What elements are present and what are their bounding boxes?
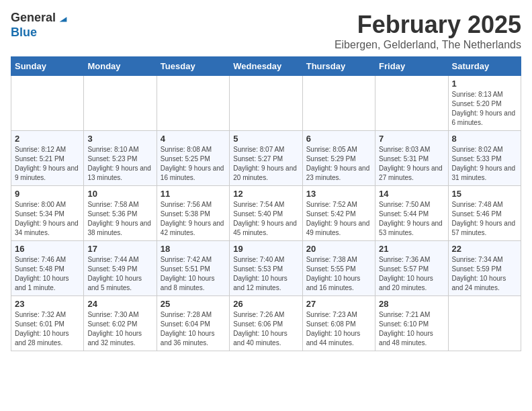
day-number: 14 <box>379 189 444 199</box>
calendar-cell: 19Sunrise: 7:40 AM Sunset: 5:53 PM Dayli… <box>230 241 302 296</box>
day-info: Sunrise: 7:42 AM Sunset: 5:51 PM Dayligh… <box>161 255 226 293</box>
day-number: 17 <box>87 244 152 254</box>
day-number: 1 <box>452 79 517 89</box>
day-number: 15 <box>452 189 517 199</box>
day-number: 19 <box>233 244 298 254</box>
day-number: 28 <box>379 299 444 309</box>
day-info: Sunrise: 7:44 AM Sunset: 5:49 PM Dayligh… <box>87 255 152 293</box>
calendar-cell: 12Sunrise: 7:54 AM Sunset: 5:40 PM Dayli… <box>230 186 302 241</box>
calendar-cell: 14Sunrise: 7:50 AM Sunset: 5:44 PM Dayli… <box>375 186 448 241</box>
calendar-cell: 27Sunrise: 7:23 AM Sunset: 6:08 PM Dayli… <box>302 296 375 351</box>
weekday-header-friday: Friday <box>375 57 448 76</box>
calendar-cell: 10Sunrise: 7:58 AM Sunset: 5:36 PM Dayli… <box>84 186 157 241</box>
day-info: Sunrise: 7:54 AM Sunset: 5:40 PM Dayligh… <box>233 200 298 238</box>
weekday-header-saturday: Saturday <box>448 57 521 76</box>
weekday-header-monday: Monday <box>84 57 157 76</box>
day-number: 23 <box>15 299 80 309</box>
day-info: Sunrise: 7:21 AM Sunset: 6:10 PM Dayligh… <box>379 310 444 348</box>
day-info: Sunrise: 8:02 AM Sunset: 5:33 PM Dayligh… <box>452 145 517 183</box>
week-row-3: 9Sunrise: 8:00 AM Sunset: 5:34 PM Daylig… <box>11 186 521 241</box>
day-number: 22 <box>452 244 517 254</box>
calendar-subtitle: Eibergen, Gelderland, The Netherlands <box>335 39 521 51</box>
calendar-cell: 23Sunrise: 7:32 AM Sunset: 6:01 PM Dayli… <box>11 296 84 351</box>
day-number: 7 <box>379 134 444 144</box>
calendar-cell <box>375 76 448 131</box>
day-info: Sunrise: 7:23 AM Sunset: 6:08 PM Dayligh… <box>306 310 371 348</box>
day-number: 13 <box>306 189 371 199</box>
day-number: 12 <box>233 189 298 199</box>
week-row-5: 23Sunrise: 7:32 AM Sunset: 6:01 PM Dayli… <box>11 296 521 351</box>
day-info: Sunrise: 7:52 AM Sunset: 5:42 PM Dayligh… <box>306 200 371 238</box>
day-info: Sunrise: 8:10 AM Sunset: 5:23 PM Dayligh… <box>87 145 152 183</box>
day-info: Sunrise: 8:12 AM Sunset: 5:21 PM Dayligh… <box>15 145 80 183</box>
calendar-cell <box>302 76 375 131</box>
calendar-cell: 3Sunrise: 8:10 AM Sunset: 5:23 PM Daylig… <box>84 131 157 186</box>
day-info: Sunrise: 7:34 AM Sunset: 5:59 PM Dayligh… <box>452 255 517 293</box>
calendar-cell: 2Sunrise: 8:12 AM Sunset: 5:21 PM Daylig… <box>11 131 84 186</box>
day-number: 24 <box>87 299 152 309</box>
day-info: Sunrise: 8:07 AM Sunset: 5:27 PM Dayligh… <box>233 145 298 183</box>
day-info: Sunrise: 7:58 AM Sunset: 5:36 PM Dayligh… <box>87 200 152 238</box>
day-number: 9 <box>15 189 80 199</box>
day-info: Sunrise: 7:40 AM Sunset: 5:53 PM Dayligh… <box>233 255 298 293</box>
day-info: Sunrise: 8:03 AM Sunset: 5:31 PM Dayligh… <box>379 145 444 183</box>
calendar-cell: 6Sunrise: 8:05 AM Sunset: 5:29 PM Daylig… <box>302 131 375 186</box>
week-row-2: 2Sunrise: 8:12 AM Sunset: 5:21 PM Daylig… <box>11 131 521 186</box>
calendar-cell: 9Sunrise: 8:00 AM Sunset: 5:34 PM Daylig… <box>11 186 84 241</box>
day-info: Sunrise: 7:32 AM Sunset: 6:01 PM Dayligh… <box>15 310 80 348</box>
calendar-cell: 20Sunrise: 7:38 AM Sunset: 5:55 PM Dayli… <box>302 241 375 296</box>
calendar-cell: 13Sunrise: 7:52 AM Sunset: 5:42 PM Dayli… <box>302 186 375 241</box>
day-info: Sunrise: 8:05 AM Sunset: 5:29 PM Dayligh… <box>306 145 371 183</box>
weekday-header-tuesday: Tuesday <box>157 57 229 76</box>
header: General Blue February 2025 Eibergen, Gel… <box>11 11 521 51</box>
calendar-cell: 11Sunrise: 7:56 AM Sunset: 5:38 PM Dayli… <box>157 186 229 241</box>
weekday-header-thursday: Thursday <box>302 57 375 76</box>
calendar-cell <box>230 76 302 131</box>
svg-marker-0 <box>60 17 67 21</box>
logo-general: General <box>11 11 56 26</box>
day-info: Sunrise: 8:00 AM Sunset: 5:34 PM Dayligh… <box>15 200 80 238</box>
day-info: Sunrise: 7:28 AM Sunset: 6:04 PM Dayligh… <box>161 310 226 348</box>
day-number: 27 <box>306 299 371 309</box>
day-info: Sunrise: 7:26 AM Sunset: 6:06 PM Dayligh… <box>233 310 298 348</box>
calendar-cell <box>157 76 229 131</box>
weekday-header-sunday: Sunday <box>11 57 84 76</box>
week-row-1: 1Sunrise: 8:13 AM Sunset: 5:20 PM Daylig… <box>11 76 521 131</box>
week-row-4: 16Sunrise: 7:46 AM Sunset: 5:48 PM Dayli… <box>11 241 521 296</box>
weekday-header-wednesday: Wednesday <box>230 57 302 76</box>
calendar-cell: 16Sunrise: 7:46 AM Sunset: 5:48 PM Dayli… <box>11 241 84 296</box>
day-info: Sunrise: 7:36 AM Sunset: 5:57 PM Dayligh… <box>379 255 444 293</box>
calendar-cell: 1Sunrise: 8:13 AM Sunset: 5:20 PM Daylig… <box>448 76 521 131</box>
calendar-cell: 21Sunrise: 7:36 AM Sunset: 5:57 PM Dayli… <box>375 241 448 296</box>
logo: General Blue <box>11 11 69 40</box>
day-number: 3 <box>87 134 152 144</box>
day-info: Sunrise: 7:30 AM Sunset: 6:02 PM Dayligh… <box>87 310 152 348</box>
day-number: 8 <box>452 134 517 144</box>
day-number: 16 <box>15 244 80 254</box>
calendar-table: SundayMondayTuesdayWednesdayThursdayFrid… <box>11 56 521 351</box>
calendar-cell: 5Sunrise: 8:07 AM Sunset: 5:27 PM Daylig… <box>230 131 302 186</box>
logo-icon <box>57 12 69 24</box>
calendar-cell: 28Sunrise: 7:21 AM Sunset: 6:10 PM Dayli… <box>375 296 448 351</box>
day-info: Sunrise: 8:08 AM Sunset: 5:25 PM Dayligh… <box>161 145 226 183</box>
calendar-cell <box>11 76 84 131</box>
calendar-cell <box>84 76 157 131</box>
calendar-cell: 25Sunrise: 7:28 AM Sunset: 6:04 PM Dayli… <box>157 296 229 351</box>
calendar-cell: 26Sunrise: 7:26 AM Sunset: 6:06 PM Dayli… <box>230 296 302 351</box>
logo-blue: Blue <box>11 26 37 39</box>
day-number: 25 <box>161 299 226 309</box>
day-number: 20 <box>306 244 371 254</box>
day-number: 18 <box>161 244 226 254</box>
day-info: Sunrise: 7:38 AM Sunset: 5:55 PM Dayligh… <box>306 255 371 293</box>
calendar-cell: 15Sunrise: 7:48 AM Sunset: 5:46 PM Dayli… <box>448 186 521 241</box>
day-info: Sunrise: 7:56 AM Sunset: 5:38 PM Dayligh… <box>161 200 226 238</box>
calendar-cell: 22Sunrise: 7:34 AM Sunset: 5:59 PM Dayli… <box>448 241 521 296</box>
day-number: 11 <box>161 189 226 199</box>
day-number: 26 <box>233 299 298 309</box>
day-info: Sunrise: 7:46 AM Sunset: 5:48 PM Dayligh… <box>15 255 80 293</box>
calendar-cell: 8Sunrise: 8:02 AM Sunset: 5:33 PM Daylig… <box>448 131 521 186</box>
day-number: 6 <box>306 134 371 144</box>
weekday-header-row: SundayMondayTuesdayWednesdayThursdayFrid… <box>11 57 521 76</box>
day-number: 2 <box>15 134 80 144</box>
calendar-title: February 2025 <box>335 11 521 39</box>
